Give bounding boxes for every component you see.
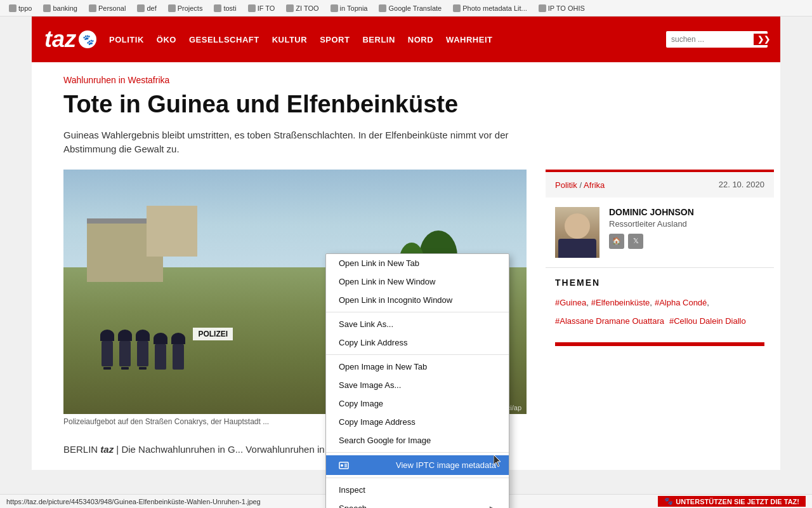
bookmark-def[interactable]: def [133, 3, 160, 13]
search-button[interactable]: ❯❯ [754, 34, 774, 45]
submenu-arrow-icon: ► [488, 504, 496, 508]
favicon [214, 4, 221, 12]
nav-wahrheit[interactable]: WAHRHEIT [446, 35, 492, 44]
bookmark-intopnia[interactable]: in Topnia [327, 3, 372, 13]
site-logo[interactable]: taz 🐾 [44, 26, 96, 53]
bookmark-projects[interactable]: Projects [164, 3, 207, 13]
nav-nord[interactable]: NORD [408, 35, 433, 44]
context-copy-image-address[interactable]: Copy Image Address [326, 413, 509, 431]
image-building2 [147, 206, 197, 257]
nav-oko[interactable]: ÖKO [157, 35, 176, 44]
context-copy-image[interactable]: Copy Image [326, 394, 509, 413]
breadcrumb-africa[interactable]: Afrika [584, 180, 605, 190]
breadcrumb: Politik / Afrika [555, 180, 605, 190]
tag-cellou[interactable]: #Cellou Dalein Diallo [669, 314, 746, 330]
context-view-iptc[interactable]: View IPTC image metadata [326, 455, 509, 475]
article-subtitle: Guineas Wahlergebnis bleibt umstritten, … [63, 128, 533, 157]
svg-point-1 [341, 464, 343, 467]
author-photo [555, 207, 599, 258]
favicon [453, 4, 461, 12]
context-search-google[interactable]: Search Google for Image [326, 431, 509, 450]
context-separator-1 [326, 312, 509, 312]
page-wrapper: taz 🐾 POLITIK ÖKO GESELLSCHAFT KULTUR SP… [32, 17, 780, 470]
context-open-incognito[interactable]: Open Link in Incognito Window [326, 291, 509, 309]
context-open-image[interactable]: Open Image in New Tab [326, 358, 509, 376]
article-category[interactable]: Wahlunruhen in Westafrika [63, 75, 533, 85]
context-save-image[interactable]: Save Image As... [326, 376, 509, 394]
bookmark-photo-metadata[interactable]: Photo metadata Lit... [449, 3, 531, 13]
favicon [43, 4, 51, 12]
author-body [558, 239, 596, 258]
unterstutzen-button[interactable]: 🐾 UNTERSTÜTZEN SIE JETZT DIE TAZ! [658, 496, 806, 507]
main-nav: POLITIK ÖKO GESELLSCHAFT KULTUR SPORT BE… [109, 35, 666, 44]
favicon [379, 4, 386, 12]
sidebar-meta: Politik / Afrika 22. 10. 2020 [546, 170, 774, 197]
author-home-icon[interactable]: 🏠 [609, 234, 624, 249]
bookmark-zitoo[interactable]: ZI TOO [282, 3, 322, 13]
bookmark-tppo[interactable]: tppo [5, 3, 36, 13]
bookmark-bar: tppo banking Personal def Projects tosti… [0, 0, 812, 17]
themen-tags: #Guinea #Elfenbeinküste #Alpha Condé #Al… [555, 295, 764, 330]
favicon [539, 4, 546, 12]
favicon [286, 4, 294, 12]
context-open-new-tab[interactable]: Open Link in New Tab [326, 254, 509, 272]
search-input[interactable] [671, 35, 754, 44]
context-separator-4 [326, 478, 509, 478]
nav-gesellschaft[interactable]: GESELLSCHAFT [189, 35, 259, 44]
tag-alpha-conde[interactable]: #Alpha Condé [655, 295, 709, 311]
favicon [248, 4, 256, 12]
body-taz: taz [100, 444, 114, 455]
speech-label: Speech [339, 504, 367, 508]
tag-elfenbeinküste[interactable]: #Elfenbeinküste [591, 295, 652, 311]
author-face [565, 213, 590, 239]
context-menu: Open Link in New Tab Open Link in New Wi… [325, 253, 509, 508]
unterstutzen-icon: 🐾 [664, 497, 673, 505]
nav-politik[interactable]: POLITIK [109, 35, 144, 44]
favicon [137, 4, 145, 12]
context-inspect[interactable]: Inspect [326, 481, 509, 499]
tag-guinea[interactable]: #Guinea [555, 295, 589, 311]
article-title: Tote in Guinea und Elfenbeinküste [63, 90, 533, 119]
favicon [168, 4, 176, 12]
nav-kultur[interactable]: KULTUR [272, 35, 307, 44]
favicon [9, 4, 16, 12]
bookmark-ifto[interactable]: IF TO [244, 3, 279, 13]
search-box[interactable]: ❯❯ [666, 31, 768, 48]
iptc-icon [339, 460, 349, 471]
bookmark-ipto[interactable]: IP TO OHIS [535, 3, 589, 13]
author-social-icons: 🏠 𝕏 [609, 234, 764, 249]
status-url: https://taz.de/picture/4453403/948/Guine… [6, 498, 261, 505]
nav-berlin[interactable]: BERLIN [362, 35, 395, 44]
tag-alassane[interactable]: #Alassane Dramane Ouattara [555, 314, 664, 330]
author-role: Ressortleiter Ausland [609, 219, 764, 229]
site-header: taz 🐾 POLITIK ÖKO GESELLSCHAFT KULTUR SP… [32, 17, 780, 62]
red-divider [555, 342, 764, 346]
author-box: DOMINIC JOHNSON Ressortleiter Ausland 🏠 … [546, 197, 774, 268]
themen-title: THEMEN [555, 277, 764, 288]
context-open-new-window[interactable]: Open Link in New Window [326, 272, 509, 291]
nav-sport[interactable]: SPORT [320, 35, 350, 44]
bookmark-personal[interactable]: Personal [85, 3, 129, 13]
bookmark-google-translate[interactable]: Google Translate [375, 3, 445, 13]
article-sidebar: Politik / Afrika 22. 10. 2020 DOMINIC JO… [546, 170, 774, 457]
unterstutzen-text: UNTERSTÜTZEN SIE JETZT DIE TAZ! [676, 498, 799, 505]
context-copy-link[interactable]: Copy Link Address [326, 333, 509, 352]
paw-icon: 🐾 [79, 30, 96, 48]
favicon [331, 4, 338, 12]
themen-box: THEMEN #Guinea #Elfenbeinküste #Alpha Co… [546, 268, 774, 356]
breadcrumb-politics[interactable]: Politik [555, 180, 577, 190]
bookmark-banking[interactable]: banking [39, 3, 81, 13]
author-name: DOMINIC JOHNSON [609, 207, 764, 217]
bookmark-tosti[interactable]: tosti [210, 3, 240, 13]
article-header: Wahlunruhen in Westafrika Tote in Guinea… [32, 62, 546, 157]
context-speech[interactable]: Speech ► [326, 499, 509, 508]
logo-text: taz [44, 26, 76, 53]
status-right: 🐾 UNTERSTÜTZEN SIE JETZT DIE TAZ! [658, 496, 806, 507]
context-save-link[interactable]: Save Link As... [326, 315, 509, 333]
police-sign: POLIZEI [193, 328, 233, 340]
iptc-icon-container [339, 460, 353, 471]
author-info: DOMINIC JOHNSON Ressortleiter Ausland 🏠 … [609, 207, 764, 249]
favicon [89, 4, 96, 12]
body-berlin: BERLIN [63, 444, 98, 455]
author-twitter-icon[interactable]: 𝕏 [628, 234, 643, 249]
